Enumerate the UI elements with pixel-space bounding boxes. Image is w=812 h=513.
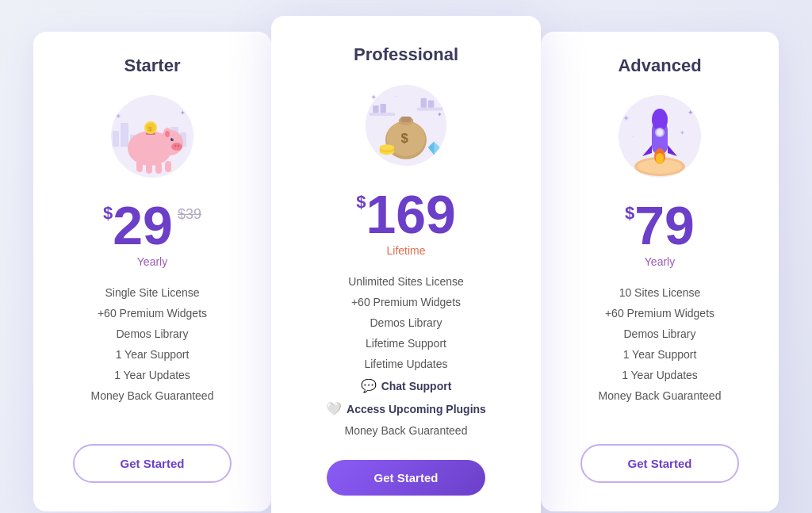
- upcoming-plugins-label: Access Upcoming Plugins: [347, 403, 486, 415]
- list-item: Money Back Guaranteed: [56, 385, 249, 406]
- list-item: Demos Library: [563, 323, 756, 344]
- advanced-get-started-button[interactable]: Get Started: [580, 444, 739, 483]
- list-item: Money Back Guaranteed: [563, 385, 756, 406]
- svg-rect-2: [121, 123, 128, 147]
- list-item: Lifetime Updates: [297, 354, 515, 374]
- svg-point-12: [172, 138, 173, 139]
- svg-text:✦: ✦: [115, 112, 121, 121]
- chat-support-feature: 💬 Chat Support: [297, 374, 515, 397]
- professional-price-row: $ 169: [356, 187, 456, 241]
- starter-period: Yearly: [137, 255, 167, 268]
- svg-point-8: [171, 143, 182, 151]
- list-item: 1 Year Support: [563, 344, 756, 365]
- svg-text:✦: ✦: [680, 129, 685, 136]
- advanced-title: Advanced: [618, 56, 701, 76]
- svg-text:$: $: [148, 125, 152, 132]
- starter-card: Starter: [33, 32, 271, 511]
- list-item: Lifetime Support: [297, 333, 515, 354]
- svg-rect-35: [401, 116, 412, 121]
- heart-icon: 🤍: [326, 401, 342, 416]
- svg-rect-18: [165, 161, 171, 172]
- svg-text:✦: ✦: [622, 113, 630, 123]
- starter-get-started-button[interactable]: Get Started: [73, 444, 232, 483]
- starter-features: Single Site License +60 Premium Widgets …: [56, 282, 249, 425]
- professional-price-dollar: $: [356, 192, 366, 212]
- advanced-image: ✦ ✦ ✦ ·: [608, 89, 711, 184]
- svg-text:·: ·: [395, 92, 396, 99]
- upcoming-plugins-feature: 🤍 Access Upcoming Plugins: [297, 397, 515, 420]
- svg-point-9: [174, 144, 177, 147]
- list-item: Demos Library: [297, 312, 515, 333]
- list-item: +60 Premium Widgets: [297, 292, 515, 312]
- svg-text:✦: ✦: [180, 109, 186, 117]
- professional-get-started-button[interactable]: Get Started: [327, 460, 485, 496]
- starter-price: 29: [113, 198, 173, 252]
- svg-text:✦: ✦: [688, 109, 694, 117]
- list-item: Money Back Guaranteed: [297, 420, 515, 441]
- advanced-price-row: $ 79: [625, 198, 695, 252]
- svg-rect-31: [428, 100, 434, 107]
- list-item: +60 Premium Widgets: [56, 303, 249, 323]
- list-item: 1 Year Updates: [563, 365, 756, 385]
- advanced-period: Yearly: [645, 255, 675, 268]
- list-item: 1 Year Updates: [56, 365, 249, 385]
- svg-point-39: [380, 144, 395, 150]
- svg-text:$: $: [401, 131, 409, 146]
- advanced-price-dollar: $: [625, 203, 634, 224]
- svg-point-10: [178, 144, 180, 147]
- list-item: Demos Library: [56, 323, 249, 344]
- starter-image: $ ✦ ✦: [101, 89, 204, 184]
- svg-rect-28: [373, 105, 378, 112]
- svg-rect-29: [381, 104, 386, 113]
- svg-rect-16: [146, 163, 152, 174]
- svg-point-14: [165, 131, 170, 137]
- chat-icon: 💬: [361, 378, 377, 393]
- professional-features: Unlimited Sites License +60 Premium Widg…: [297, 271, 515, 441]
- svg-rect-15: [136, 161, 143, 172]
- svg-rect-26: [370, 113, 396, 116]
- svg-point-55: [656, 153, 664, 164]
- svg-text:✦: ✦: [370, 93, 377, 101]
- professional-title: Professional: [354, 44, 458, 65]
- list-item: Unlimited Sites License: [297, 271, 515, 292]
- advanced-price: 79: [634, 198, 695, 252]
- professional-price: 169: [366, 187, 455, 241]
- list-item: Single Site License: [56, 282, 249, 303]
- advanced-card: Advanced ✦: [541, 32, 779, 511]
- svg-point-51: [657, 129, 663, 136]
- svg-point-49: [652, 109, 668, 131]
- starter-price-old: $39: [178, 206, 201, 223]
- svg-rect-17: [155, 163, 162, 174]
- list-item: +60 Premium Widgets: [563, 303, 756, 323]
- svg-text:·: ·: [632, 134, 634, 140]
- professional-card: Professional $: [271, 16, 541, 513]
- chat-support-label: Chat Support: [381, 380, 452, 392]
- starter-title: Starter: [124, 56, 181, 76]
- pricing-container: Starter: [17, 16, 795, 513]
- list-item: 10 Sites License: [563, 282, 756, 303]
- advanced-features: 10 Sites License +60 Premium Widgets Dem…: [563, 282, 756, 425]
- starter-price-row: $ 29 $39: [103, 198, 201, 252]
- professional-period: Lifetime: [386, 244, 425, 257]
- professional-image: $ ✦ ✦ ·: [354, 78, 458, 173]
- svg-rect-30: [421, 98, 427, 107]
- list-item: 1 Year Support: [56, 344, 249, 365]
- starter-price-dollar: $: [103, 203, 113, 224]
- svg-text:✦: ✦: [437, 109, 442, 117]
- svg-rect-1: [113, 131, 119, 147]
